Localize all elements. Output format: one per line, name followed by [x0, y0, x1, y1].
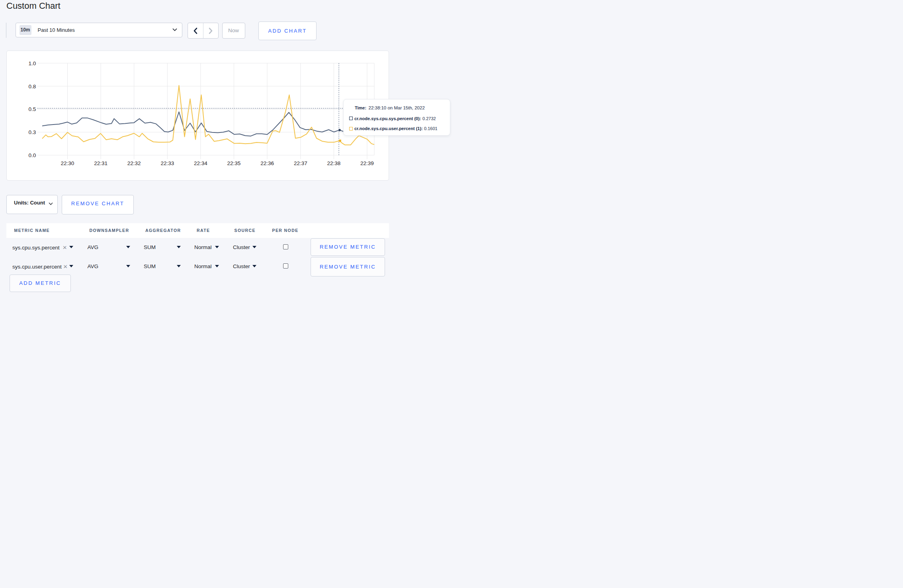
svg-text:22:31: 22:31 — [94, 160, 108, 166]
svg-text:0.0: 0.0 — [29, 152, 36, 158]
svg-text:22:33: 22:33 — [161, 160, 174, 166]
svg-text:22:38: 22:38 — [327, 160, 341, 166]
svg-text:0.8: 0.8 — [29, 83, 36, 89]
svg-text:22:32: 22:32 — [127, 160, 141, 166]
svg-text:22:35: 22:35 — [227, 160, 241, 166]
svg-text:0.3: 0.3 — [29, 129, 36, 135]
svg-text:0.5: 0.5 — [29, 106, 36, 112]
svg-text:22:30: 22:30 — [61, 160, 74, 166]
svg-text:22:36: 22:36 — [260, 160, 274, 166]
svg-text:22:39: 22:39 — [360, 160, 374, 166]
svg-text:22:34: 22:34 — [194, 160, 207, 166]
svg-text:22:37: 22:37 — [294, 160, 307, 166]
svg-text:1.0: 1.0 — [29, 60, 36, 66]
